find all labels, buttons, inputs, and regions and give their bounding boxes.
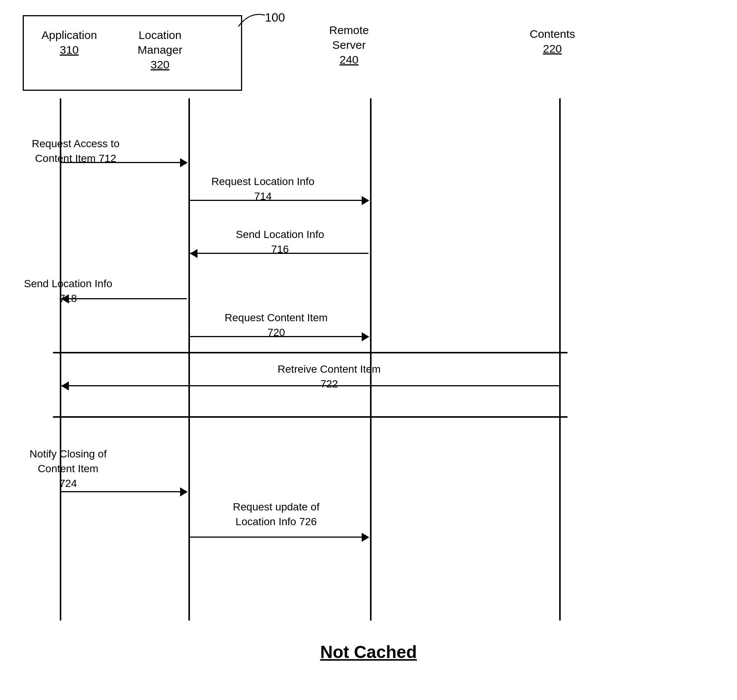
msg-724-label: Notify Closing ofContent Item724	[15, 446, 121, 491]
arrow-724	[61, 491, 187, 492]
lifeline-app	[60, 98, 61, 621]
msg-714-label: Request Location Info714	[197, 174, 329, 204]
lifeline-server	[370, 98, 372, 621]
msg-722-label: Retreive Content Item722	[265, 362, 393, 391]
arrowhead-722	[61, 381, 69, 390]
footer-not-cached: Not Cached	[0, 642, 737, 662]
arrowhead-720	[362, 332, 369, 341]
header-box: Application310 LocationManager320	[23, 15, 242, 91]
sequence-diagram: 100 Application310 LocationManager320 Re…	[0, 0, 737, 700]
server-header-label: RemoteServer240	[329, 23, 369, 67]
lifeline-contents	[559, 98, 561, 621]
msg-718-label: Send Location Info718	[23, 276, 114, 306]
arrowhead-726	[362, 533, 369, 542]
arrowhead-712	[180, 158, 188, 167]
msg-716-label: Send Location Info716	[219, 227, 341, 257]
contents-header-label: Contents220	[530, 26, 575, 56]
msg-712-label: Request Access toContent Item 712	[23, 136, 129, 166]
msg-726-label: Request update ofLocation Info 726	[212, 499, 341, 529]
app-header-label: Application310	[35, 28, 103, 57]
msg-720-label: Request Content Item720	[212, 310, 341, 340]
arrowhead-724	[180, 487, 188, 496]
arrow-726	[190, 537, 368, 538]
lifeline-locmgr	[188, 98, 190, 621]
locmgr-header-label: LocationManager320	[118, 28, 202, 72]
arrowhead-714	[362, 196, 369, 205]
h-divider-1	[53, 352, 568, 353]
arrowhead-716	[190, 249, 197, 258]
h-divider-2	[53, 416, 568, 418]
